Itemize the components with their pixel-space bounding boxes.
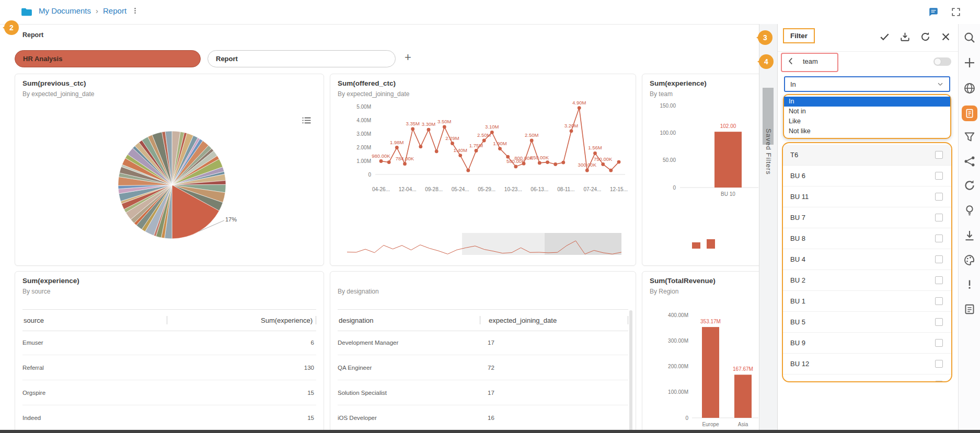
table-scrollbar[interactable] [629,310,632,433]
svg-text:1.56M: 1.56M [588,145,602,150]
filter-value-row[interactable]: T6 [783,145,951,166]
card-by-designation-table: By designation designation expected_join… [330,271,636,433]
svg-text:3.20M: 3.20M [564,123,578,128]
checkbox[interactable] [935,255,943,263]
filter-value-label: BU 12 [790,360,809,368]
checkbox[interactable] [935,214,943,221]
filter-value-row[interactable]: BU 6 [783,166,951,186]
chart-range-scrollbar[interactable] [337,231,630,258]
operator-option[interactable]: Like [784,116,950,126]
comments-icon[interactable] [963,303,976,315]
column-divider [628,316,628,324]
column-header-expected-joining-date: expected_joining_date [480,317,628,324]
svg-text:1.00M: 1.00M [356,158,371,164]
export-icon[interactable] [963,229,976,242]
svg-text:12-04...: 12-04... [399,186,417,192]
svg-text:400.00M: 400.00M [668,312,688,318]
report-icon[interactable] [962,106,977,121]
save-icon[interactable] [900,31,910,42]
comments-icon[interactable] [928,7,939,17]
page-title: Report [22,31,43,39]
operator-option[interactable]: In [784,97,950,107]
card-experience-by-source-table: Sum(experience) By source source Sum(exp… [15,271,324,433]
table-row: Emuser6 [22,330,316,355]
svg-text:2.00M: 2.00M [356,145,371,150]
filter-panel-header: Filter [778,24,958,52]
table-row: QA Engineer72 [338,355,628,380]
card-title: Sum(experience) [650,79,707,87]
app-window: My Documents › Report Report HR Analysis… [0,0,980,433]
alerts-icon[interactable] [963,278,976,290]
checkbox[interactable] [935,381,943,382]
checkbox[interactable] [935,172,943,180]
filter-toggle[interactable] [933,57,951,66]
svg-text:05-29...: 05-29... [478,186,495,192]
filter-value-row[interactable]: BU 7 [783,207,951,228]
search-icon[interactable] [963,31,976,44]
window-bottom-edge [0,430,980,433]
add-icon[interactable] [963,56,976,69]
tab-hr-analysis[interactable]: HR Analysis [15,50,201,67]
column-divider [316,316,316,324]
svg-text:1.90M: 1.90M [493,141,506,146]
svg-text:100.00: 100.00 [660,130,676,136]
filter-value-row[interactable]: BU 12 [783,354,951,375]
svg-text:09-28...: 09-28... [425,186,443,192]
card-offered-ctc-line: Sum(offered_ctc) By expected_joining_dat… [330,74,636,266]
svg-text:06-13...: 06-13... [531,186,548,192]
operator-dropdown-list: InNot inLikeNot like [783,94,951,139]
checkbox[interactable] [935,339,943,347]
checkbox[interactable] [935,276,943,284]
filter-values-list: T6BU 6BU 11BU 7BU 8BU 4BU 2BU 1BU 5BU 9B… [782,142,952,382]
table-row: Orgspire15 [22,380,316,405]
confirm-icon[interactable] [879,31,890,42]
card-subtitle: By team [650,90,673,98]
svg-text:3.10M: 3.10M [485,124,499,130]
filter-value-row[interactable]: BU 4 [783,249,951,270]
svg-text:980.00K: 980.00K [372,153,390,159]
breadcrumb-report[interactable]: Report [103,6,126,15]
pie-chart [116,128,228,241]
checkbox[interactable] [935,193,943,201]
svg-text:05-24...: 05-24... [452,186,469,192]
checkbox[interactable] [935,151,943,159]
insights-icon[interactable] [963,204,976,217]
saved-filters-tab[interactable]: Saved Filters [759,24,778,433]
operator-option[interactable]: Not like [784,126,950,136]
more-options-icon[interactable] [131,7,139,15]
operator-option[interactable]: Not in [784,107,950,116]
filter-icon[interactable] [963,131,976,143]
filter-value-row[interactable]: BU 9 [783,333,951,354]
explore-icon[interactable] [963,82,976,95]
svg-text:100.00M: 100.00M [668,389,688,395]
table-row: iOS Developer16 [338,405,628,430]
saved-filters-label: Saved Filters [765,128,773,175]
filter-value-row[interactable]: BU 13 [783,375,951,382]
filter-value-row[interactable]: BU 5 [783,312,951,333]
filter-value-row[interactable]: BU 8 [783,228,951,249]
fullscreen-icon[interactable] [951,7,961,17]
filter-value-row[interactable]: BU 1 [783,291,951,312]
tab-report[interactable]: Report [207,50,396,67]
filter-value-label: BU 1 [790,297,805,305]
filter-value-row[interactable]: BU 2 [783,270,951,291]
share-icon[interactable] [963,155,976,168]
theme-icon[interactable] [963,254,976,266]
svg-text:1.98M: 1.98M [390,139,403,145]
checkbox[interactable] [935,297,943,305]
checkbox[interactable] [935,235,943,242]
checkbox[interactable] [935,318,943,326]
breadcrumb-my-documents[interactable]: My Documents [39,6,91,15]
table-row: Referral130 [22,355,316,380]
legend-list-icon[interactable] [302,116,312,125]
sync-icon[interactable] [963,179,976,192]
close-icon[interactable] [940,31,951,42]
refresh-icon[interactable] [920,31,931,42]
add-tab-button[interactable]: + [405,51,411,64]
table-header: source Sum(experience) [22,309,316,331]
filter-value-row[interactable]: BU 11 [783,186,951,207]
checkbox[interactable] [935,360,943,368]
field-annotation-box [781,53,838,72]
svg-text:2.29M: 2.29M [445,135,459,141]
operator-select[interactable]: In [784,76,950,92]
